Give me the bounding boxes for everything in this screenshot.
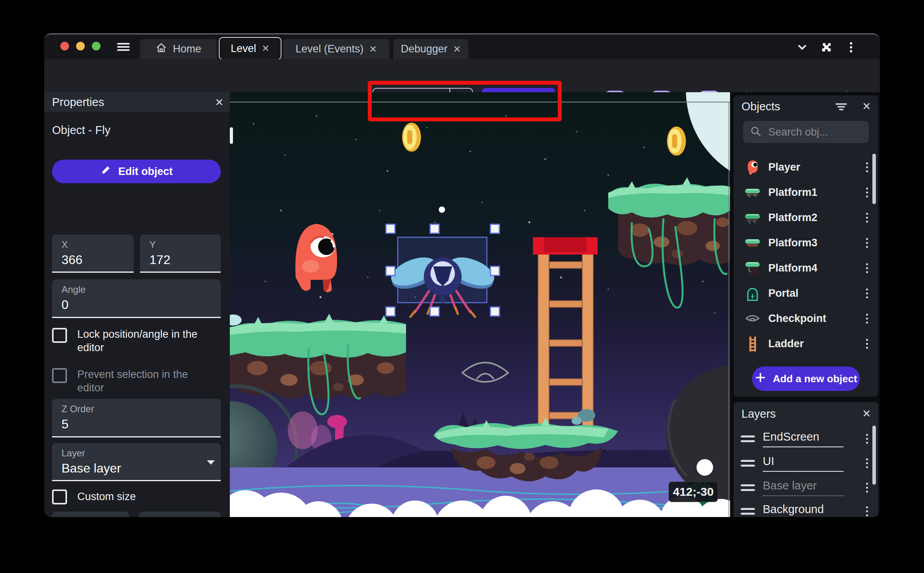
object-search-input[interactable] xyxy=(768,126,880,139)
scene-art xyxy=(230,92,730,517)
object-item-label: Checkpoint xyxy=(768,313,866,325)
chevron-down-icon[interactable] xyxy=(795,41,809,54)
properties-title: Properties xyxy=(52,96,104,109)
close-window-button[interactable] xyxy=(60,42,69,50)
lock-position-checkbox[interactable] xyxy=(52,328,67,343)
minimize-window-button[interactable] xyxy=(76,42,85,50)
kebab-menu-icon[interactable] xyxy=(866,483,868,493)
layer-row-base-layer[interactable]: Base layer xyxy=(734,475,878,500)
lock-position-label: Lock position/angle in the editor xyxy=(77,328,211,355)
player-thumbnail xyxy=(744,158,761,176)
object-item-player[interactable]: Player xyxy=(734,154,878,180)
cursor-coordinates-value: 412;-30 xyxy=(673,485,713,499)
angle-field[interactable]: Angle 0 xyxy=(52,279,221,318)
screen: Home Level ✕ Level (Events) ✕ Debugger ✕ xyxy=(0,0,924,573)
layer-name: UI xyxy=(763,455,844,472)
object-item-platform3[interactable]: Platform3 xyxy=(734,230,878,255)
layer-name: Base layer xyxy=(763,479,844,496)
kebab-menu-icon[interactable] xyxy=(866,434,868,444)
layer-row-ui[interactable]: UI xyxy=(734,451,878,475)
kebab-menu-icon[interactable] xyxy=(866,238,868,248)
toolbar: Preview Publish xyxy=(44,59,880,92)
tab-level[interactable]: Level ✕ xyxy=(219,37,281,60)
rotate-handle[interactable] xyxy=(439,207,445,213)
close-properties-icon[interactable]: ✕ xyxy=(215,96,224,109)
object-item-label: Platform4 xyxy=(768,262,866,274)
x-field-label: X xyxy=(61,239,68,250)
tab-debugger-label: Debugger xyxy=(401,43,448,55)
properties-header: Properties ✕ xyxy=(44,92,230,112)
drag-handle-icon[interactable] xyxy=(741,435,755,442)
tab-home[interactable]: Home xyxy=(140,39,217,59)
scene-canvas[interactable]: 412;-30 xyxy=(230,92,730,517)
object-item-checkpoint[interactable]: Checkpoint xyxy=(734,306,878,331)
kebab-menu-icon[interactable] xyxy=(866,188,868,197)
object-item-label: Platform3 xyxy=(768,237,866,249)
kebab-menu-icon[interactable] xyxy=(866,162,868,172)
extensions-puzzle-icon[interactable] xyxy=(819,41,833,54)
object-item-portal[interactable]: Portal xyxy=(734,281,878,306)
angle-field-label: Angle xyxy=(61,284,86,295)
kebab-menu-icon[interactable] xyxy=(866,263,868,273)
z-order-field[interactable]: Z Order 5 xyxy=(52,399,221,437)
layers-panel: Layers ✕ EndScreen UI Base layer Backgro… xyxy=(734,402,878,517)
height-field[interactable] xyxy=(139,512,221,517)
object-item-label: Platform1 xyxy=(768,186,866,199)
kebab-menu-icon[interactable] xyxy=(844,41,858,54)
platform-thumbnail xyxy=(744,234,761,251)
layers-scrollbar[interactable] xyxy=(872,426,876,485)
width-field[interactable] xyxy=(52,512,129,517)
x-field[interactable]: X 366 xyxy=(52,234,134,273)
kebab-menu-icon[interactable] xyxy=(866,339,868,349)
object-item-platform1[interactable]: Platform1 xyxy=(734,180,878,205)
platform-thumbnail xyxy=(744,259,761,277)
close-tab-icon[interactable]: ✕ xyxy=(369,44,377,55)
prevent-selection-checkbox[interactable] xyxy=(52,368,67,383)
edit-object-button[interactable]: Edit object xyxy=(52,160,221,183)
layer-select[interactable]: Layer Base layer xyxy=(52,443,221,481)
object-item-label: Player xyxy=(768,161,866,173)
close-layers-icon[interactable]: ✕ xyxy=(862,407,871,420)
layer-row-endscreen[interactable]: EndScreen xyxy=(734,426,878,451)
main-menu-icon[interactable] xyxy=(116,40,130,54)
coin[interactable] xyxy=(667,127,686,156)
maximize-window-button[interactable] xyxy=(92,42,101,50)
custom-size-checkbox[interactable] xyxy=(52,489,67,504)
object-item-label: Ladder xyxy=(768,338,866,350)
tab-level-events[interactable]: Level (Events) ✕ xyxy=(283,39,389,59)
edit-object-label: Edit object xyxy=(118,166,173,178)
coin[interactable] xyxy=(402,123,421,152)
kebab-menu-icon[interactable] xyxy=(866,506,868,516)
drag-handle-icon[interactable] xyxy=(741,484,755,491)
filter-icon[interactable] xyxy=(835,101,848,114)
content-area: Properties ✕ Object - Fly Edit object In… xyxy=(44,92,880,517)
canvas-scrollbar[interactable] xyxy=(230,127,233,144)
object-item-platform2[interactable]: Platform2 xyxy=(734,205,878,230)
close-tab-icon[interactable]: ✕ xyxy=(262,43,270,54)
layer-row-background[interactable]: Background xyxy=(734,499,878,517)
x-field-value: 366 xyxy=(61,253,82,267)
drag-handle-icon[interactable] xyxy=(741,460,755,467)
checkpoint-thumbnail xyxy=(744,310,761,327)
add-new-object-button[interactable]: Add a new object xyxy=(752,366,860,391)
object-item-label: Portal xyxy=(768,287,866,300)
custom-size-row: Custom size xyxy=(52,489,136,504)
tab-debugger[interactable]: Debugger ✕ xyxy=(393,39,468,59)
kebab-menu-icon[interactable] xyxy=(866,314,868,324)
object-item-platform4[interactable]: Platform4 xyxy=(734,255,878,281)
kebab-menu-icon[interactable] xyxy=(866,213,868,223)
objects-scrollbar[interactable] xyxy=(872,154,876,204)
home-icon xyxy=(155,42,167,56)
objects-panel: Objects ✕ Player Platform1 Platfor xyxy=(734,95,878,397)
kebab-menu-icon[interactable] xyxy=(866,288,868,298)
kebab-menu-icon[interactable] xyxy=(866,458,868,468)
layer-name: Background xyxy=(763,503,844,517)
close-tab-icon[interactable]: ✕ xyxy=(453,44,461,55)
object-item-ladder[interactable]: Ladder xyxy=(734,331,878,356)
properties-panel: Properties ✕ Object - Fly Edit object In… xyxy=(44,92,230,517)
object-search-box[interactable] xyxy=(743,121,869,143)
y-field[interactable]: Y 172 xyxy=(140,234,221,273)
close-objects-icon[interactable]: ✕ xyxy=(862,100,871,113)
layer-name: EndScreen xyxy=(763,430,844,447)
drag-handle-icon[interactable] xyxy=(741,508,755,515)
